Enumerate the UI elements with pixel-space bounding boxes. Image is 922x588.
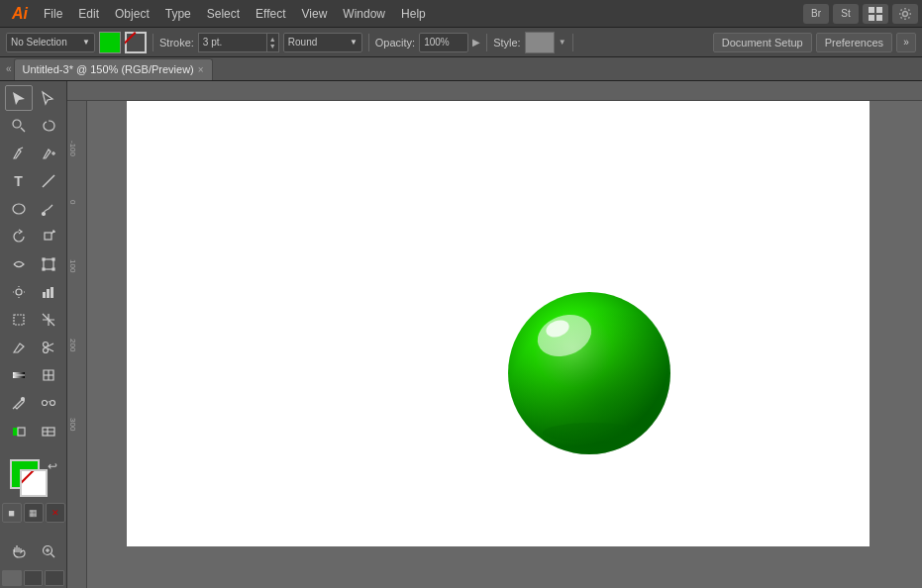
zoom-tool[interactable] <box>35 539 62 564</box>
pen-tool[interactable] <box>5 141 33 166</box>
gradient-tool[interactable] <box>5 362 33 388</box>
tool-row-6 <box>2 224 64 249</box>
stock-icon[interactable]: St <box>833 4 859 24</box>
menu-bar: Ai File Edit Object Type Select Effect V… <box>0 0 922 28</box>
fill-color-box[interactable] <box>99 32 121 53</box>
green-ball-object[interactable] <box>503 284 676 457</box>
svg-point-24 <box>43 343 48 347</box>
add-anchor-tool[interactable] <box>35 141 62 166</box>
rotate-tool[interactable] <box>5 224 33 249</box>
tool-row-2 <box>2 113 64 139</box>
svg-rect-3 <box>876 15 882 21</box>
color-controls: ↩ ■ ▦ ✕ <box>2 455 64 527</box>
tool-row-1 <box>2 85 64 111</box>
main-area: T <box>0 81 922 588</box>
reset-colors-button[interactable]: ↩ <box>48 459 57 473</box>
canvas-area[interactable]: -200 -100 0 100 200 300 400 500 600 700 … <box>67 81 922 588</box>
app-logo: Ai <box>4 5 36 23</box>
svg-point-33 <box>42 401 47 406</box>
settings-icon[interactable] <box>892 4 918 24</box>
eraser-tool[interactable] <box>5 335 33 360</box>
svg-rect-18 <box>52 268 54 270</box>
menu-help[interactable]: Help <box>393 3 434 25</box>
svg-rect-20 <box>43 292 46 298</box>
column-graph-tool[interactable] <box>35 279 62 305</box>
tab-close-button[interactable]: × <box>198 64 204 75</box>
artboard-tool[interactable] <box>5 307 33 333</box>
bridge-icon[interactable]: Br <box>803 4 829 24</box>
menu-effect[interactable]: Effect <box>248 3 293 25</box>
collapse-icon[interactable]: « <box>4 63 14 74</box>
eyedropper-tool[interactable] <box>5 390 33 416</box>
tool-row-9 <box>2 307 64 333</box>
menu-type[interactable]: Type <box>157 3 199 25</box>
stroke-weight-input[interactable]: 3 pt. <box>198 33 267 52</box>
svg-point-6 <box>13 120 21 128</box>
document-setup-button[interactable]: Document Setup <box>713 33 812 52</box>
opacity-arrow[interactable]: ▶ <box>472 37 480 48</box>
fullscreen-menu-button[interactable] <box>24 570 44 586</box>
grid-icon[interactable] <box>863 4 888 24</box>
hand-tool[interactable] <box>5 539 33 564</box>
stroke-color-box[interactable] <box>125 32 147 53</box>
warp-tool[interactable] <box>5 251 33 277</box>
normal-screen-button[interactable] <box>2 570 22 586</box>
tool-row-7 <box>2 251 64 277</box>
tool-row-13 <box>2 418 64 443</box>
fullscreen-button[interactable] <box>45 570 64 586</box>
view-controls: ■ ▦ ✕ <box>2 503 65 523</box>
document-tab[interactable]: Untitled-3* @ 150% (RGB/Preview) × <box>14 58 213 80</box>
menu-object[interactable]: Object <box>107 3 157 25</box>
paintbrush-tool[interactable] <box>35 196 62 222</box>
live-paint-select-tool[interactable] <box>35 418 62 443</box>
blend-tool[interactable] <box>35 390 62 416</box>
menu-view[interactable]: View <box>294 3 336 25</box>
selection-indicator[interactable]: No Selection ▼ <box>6 33 95 52</box>
collapse-panel-button[interactable]: » <box>896 33 916 52</box>
preferences-button[interactable]: Preferences <box>816 33 892 52</box>
stroke-cap-dropdown[interactable]: Round ▼ <box>283 33 362 52</box>
stroke-color-indicator[interactable] <box>20 469 48 497</box>
none-color-button[interactable]: ✕ <box>46 503 65 523</box>
vertical-ruler: -100 0 100 200 300 <box>67 101 87 588</box>
svg-point-32 <box>21 398 24 401</box>
selection-tool[interactable] <box>5 85 33 111</box>
type-tool[interactable]: T <box>5 168 33 194</box>
menu-edit[interactable]: Edit <box>70 3 107 25</box>
opacity-label: Opacity: <box>375 37 415 49</box>
svg-rect-35 <box>13 428 18 436</box>
tool-row-10 <box>2 335 64 360</box>
artboard <box>127 101 870 546</box>
solid-color-button[interactable]: ■ <box>2 503 22 523</box>
slice-tool[interactable] <box>35 307 62 333</box>
tool-row-12 <box>2 390 64 416</box>
svg-point-46 <box>543 423 642 442</box>
style-box[interactable] <box>525 32 555 53</box>
opacity-input[interactable]: 100% <box>419 33 468 52</box>
free-transform-tool[interactable] <box>35 251 62 277</box>
horizontal-ruler: -200 -100 0 100 200 300 400 500 600 700 <box>67 81 922 101</box>
gradient-color-button[interactable]: ▦ <box>24 503 44 523</box>
scissors-tool[interactable] <box>35 335 62 360</box>
toolbar: No Selection ▼ Stroke: 3 pt. ▲ ▼ Round ▼… <box>0 28 922 57</box>
mesh-tool[interactable] <box>35 362 62 388</box>
line-tool[interactable] <box>35 168 62 194</box>
magic-wand-tool[interactable] <box>5 113 33 139</box>
symbol-sprayer-tool[interactable] <box>5 279 33 305</box>
live-paint-tool[interactable] <box>5 418 33 443</box>
chevron-down-icon: ▼ <box>82 38 90 47</box>
lasso-tool[interactable] <box>35 113 62 139</box>
style-chevron-icon[interactable]: ▼ <box>559 38 566 47</box>
menu-window[interactable]: Window <box>335 3 393 25</box>
tab-bar: « Untitled-3* @ 150% (RGB/Preview) × <box>0 57 922 81</box>
tool-row-11 <box>2 362 64 388</box>
menu-file[interactable]: File <box>36 3 70 25</box>
divider-4 <box>572 34 573 51</box>
direct-selection-tool[interactable] <box>35 85 62 111</box>
menu-select[interactable]: Select <box>199 3 248 25</box>
ellipse-tool[interactable] <box>5 196 33 222</box>
svg-rect-17 <box>43 268 45 270</box>
stroke-weight-spinner[interactable]: ▲ ▼ <box>267 33 279 52</box>
scale-tool[interactable] <box>35 224 62 249</box>
toolbox: T <box>0 81 67 588</box>
